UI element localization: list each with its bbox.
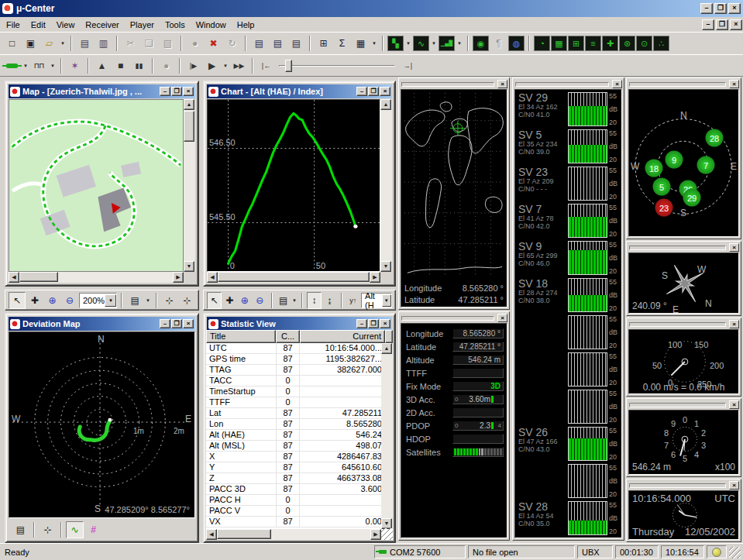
window-resize-grip[interactable]: [729, 547, 741, 558]
deviation-view-icon[interactable]: ◉: [473, 36, 489, 51]
world-panel-close-button[interactable]: ×: [497, 80, 507, 88]
worldmap-view-icon[interactable]: ▦: [551, 36, 567, 51]
paste-icon[interactable]: ▧: [159, 35, 177, 52]
deviation-track-toggle[interactable]: ∿: [66, 521, 84, 538]
new-file-icon[interactable]: □: [3, 35, 21, 52]
map-close-button[interactable]: ×: [183, 87, 194, 96]
mdi-minimize-button[interactable]: –: [702, 19, 714, 30]
statistic-vertical-scrollbar[interactable]: ▲▼: [381, 343, 393, 529]
reconnect-receiver-icon[interactable]: ↻: [223, 35, 241, 52]
step-forward-button[interactable]: |▶: [184, 57, 202, 74]
map-view-icon[interactable]: ▚: [387, 36, 404, 51]
menu-player[interactable]: Player: [125, 19, 160, 31]
slider-thumb[interactable]: [285, 60, 292, 72]
split-view-icon[interactable]: ⊞: [315, 35, 332, 52]
fast-forward-button[interactable]: ▶▶: [230, 57, 248, 74]
table-row[interactable]: Z874663733.08: [206, 473, 393, 484]
table-view-icon-dropdown[interactable]: ▼: [370, 36, 378, 51]
deviation-properties-button[interactable]: ▤: [12, 521, 29, 538]
map-zoom-level-select[interactable]: 200%▼: [79, 293, 117, 308]
skip-to-start-button[interactable]: |←: [257, 57, 275, 74]
chart-autoscale-y-button[interactable]: ↕: [307, 292, 322, 309]
statistic-maximize-button[interactable]: ❐: [368, 319, 379, 328]
sky-view-icon[interactable]: ⊛: [619, 36, 635, 51]
deviation-grid-toggle[interactable]: #: [84, 521, 102, 538]
map-vertical-scrollbar[interactable]: ▲▼: [184, 99, 195, 272]
sum-view-icon[interactable]: Σ: [333, 35, 351, 52]
compass-panel-grip[interactable]: ×: [628, 243, 739, 252]
chart-series-select[interactable]: Alt (H▼: [361, 293, 392, 308]
deviation-maximize-button[interactable]: ❐: [171, 319, 182, 328]
poll-messages-button[interactable]: ΠΠ: [30, 57, 48, 74]
connect-port-button-dropdown[interactable]: ▼: [22, 58, 29, 74]
progress-slider[interactable]: [279, 58, 395, 74]
chart-series-select-arrow[interactable]: ▼: [382, 294, 391, 307]
print-icon[interactable]: ▤: [76, 35, 94, 52]
map-horizontal-scrollbar[interactable]: ◀▶: [9, 272, 184, 283]
column-header[interactable]: C...: [276, 330, 300, 343]
play-button[interactable]: ▶: [203, 57, 221, 74]
minimize-button[interactable]: –: [700, 3, 713, 14]
table-row[interactable]: VX870.00: [206, 517, 393, 527]
map-maximize-button[interactable]: ❐: [171, 87, 182, 96]
chart-pan-tool[interactable]: ✚: [222, 292, 237, 309]
speed-panel-close-button[interactable]: ×: [729, 320, 739, 328]
table-row[interactable]: PACC 3D873.600: [206, 484, 393, 495]
histogram-view-icon-dropdown[interactable]: ▼: [456, 36, 463, 51]
log-database-icon[interactable]: ▤: [269, 35, 287, 52]
table-view-icon[interactable]: ▦: [352, 35, 370, 52]
column-header[interactable]: [385, 330, 393, 343]
world-panel-grip[interactable]: ×: [401, 80, 507, 88]
table-row[interactable]: TTAG87382627.000: [206, 365, 393, 376]
table-row[interactable]: PACC H0: [206, 495, 393, 506]
table-row[interactable]: UTC8710:16:54.000...10:: [206, 343, 393, 354]
stop-button[interactable]: ■: [112, 57, 129, 74]
open-file-icon[interactable]: ▱: [40, 35, 58, 52]
map-zoom-out-tool[interactable]: ⊖: [61, 292, 78, 309]
chart-vertical-scrollbar[interactable]: ▲▼: [380, 99, 392, 272]
print-preview-icon[interactable]: ▥: [95, 35, 112, 52]
map-zoom-level-select-arrow[interactable]: ▼: [105, 294, 116, 307]
clock-panel-grip[interactable]: ×: [628, 481, 739, 490]
play-button-dropdown[interactable]: ▼: [222, 58, 229, 74]
map-properties-button[interactable]: ▤: [126, 292, 143, 309]
deviation-minimize-button[interactable]: –: [160, 319, 170, 328]
mdi-maximize-button[interactable]: ❐: [716, 19, 728, 30]
list-view-icon[interactable]: ≡: [585, 36, 601, 51]
menu-window[interactable]: Window: [191, 19, 232, 31]
data-panel-close-button[interactable]: ×: [497, 314, 507, 322]
map-follow-button[interactable]: ⊹: [178, 292, 195, 309]
alt-panel-close-button[interactable]: ×: [729, 400, 739, 409]
map-zoom-in-tool[interactable]: ⊕: [44, 292, 61, 309]
column-header[interactable]: Current: [300, 330, 385, 343]
table-row[interactable]: TTFF0: [206, 397, 393, 408]
table-row[interactable]: Lat8747.285211: [206, 408, 393, 419]
table-row[interactable]: Y87645610.60: [206, 462, 393, 473]
table-row[interactable]: Alt (MSL)87498.07: [206, 441, 393, 452]
speed-panel-grip[interactable]: ×: [628, 320, 739, 328]
sv-panel-grip[interactable]: ×: [514, 80, 622, 88]
map-center-button[interactable]: ⊹: [161, 292, 178, 309]
menu-help[interactable]: Help: [232, 19, 260, 31]
map-view-icon-dropdown[interactable]: ▼: [404, 36, 412, 51]
chart-zoom-in-tool[interactable]: ⊕: [237, 292, 252, 309]
chart-y-up-button[interactable]: y↑: [346, 292, 361, 309]
app-titlebar[interactable]: μ-Center – ❐ ×: [0, 0, 743, 17]
globe-view-icon[interactable]: ◍: [508, 36, 525, 51]
table-row[interactable]: GPS time871195:382627...119: [206, 354, 393, 365]
menu-tools[interactable]: Tools: [160, 19, 191, 31]
menu-file[interactable]: File: [1, 19, 26, 31]
column-header[interactable]: Title: [206, 330, 276, 343]
statistic-horizontal-scrollbar[interactable]: ◀▶: [206, 529, 381, 540]
open-file-icon-dropdown[interactable]: ▼: [59, 36, 67, 51]
disconnect-receiver-icon[interactable]: ✖: [205, 35, 222, 52]
eject-button[interactable]: ▲: [93, 57, 111, 74]
statistic-table-header[interactable]: TitleC...Current: [206, 330, 393, 343]
chart-window-titlebar[interactable]: Chart - [Alt (HAE) / Index] – ❐ ×: [207, 84, 392, 98]
map-properties-button-dropdown[interactable]: ▼: [144, 293, 151, 308]
chart-fixed-scale-button[interactable]: ↨: [322, 292, 337, 309]
autoconfig-wand-button[interactable]: ✶: [66, 57, 84, 74]
alt-panel-grip[interactable]: ×: [628, 400, 739, 409]
maximize-button[interactable]: ❐: [714, 3, 727, 14]
table-row[interactable]: Alt (HAE)87546.24: [206, 430, 393, 441]
